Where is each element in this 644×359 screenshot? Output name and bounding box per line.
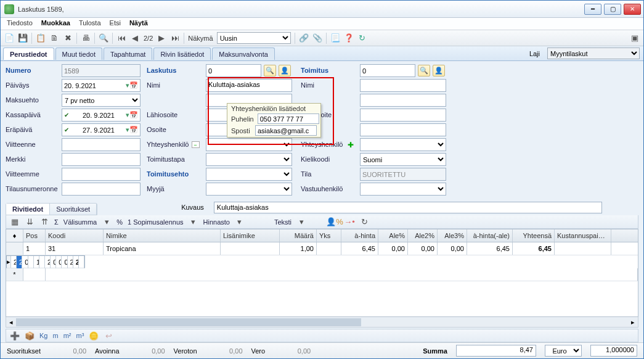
viitteemme-field[interactable] bbox=[62, 168, 141, 181]
tab-perustiedot[interactable]: Perustiedot bbox=[3, 47, 54, 60]
yhteys-select[interactable] bbox=[206, 138, 292, 151]
calendar-icon[interactable]: ▾📅 bbox=[126, 126, 138, 134]
prev-icon[interactable]: ◀ bbox=[130, 33, 140, 43]
table-row[interactable]: ▸ 2 27 0,5 l PepsiMax 1,00 2,02 0,00 0,0… bbox=[6, 255, 85, 268]
toimitus-code-field[interactable]: 0 bbox=[360, 64, 415, 77]
yhteyshenkilo-label: Yhteyshenkilö bbox=[147, 138, 189, 151]
erapaiva-field[interactable]: 27. 9.2021▾📅 bbox=[62, 123, 141, 136]
m-label[interactable]: m bbox=[52, 332, 58, 339]
horizontal-scrollbar[interactable]: ◂ ▸ bbox=[6, 317, 638, 328]
toim-nimi-field[interactable] bbox=[360, 79, 446, 92]
kassapaiva-field[interactable]: 20. 9.2021▾📅 bbox=[62, 109, 141, 122]
dropdown-icon[interactable]: ▾ bbox=[102, 217, 112, 227]
calendar-icon[interactable]: ▾📅 bbox=[126, 111, 138, 119]
move-up-icon[interactable]: ⇈ bbox=[39, 217, 49, 227]
minimize-button[interactable]: ━ bbox=[584, 4, 601, 15]
refresh-icon[interactable]: ↻ bbox=[357, 33, 367, 43]
add-row-icon[interactable]: ➕ bbox=[10, 331, 20, 340]
menu-tulosta[interactable]: Tulosta bbox=[79, 19, 101, 28]
attach-icon[interactable]: 📎 bbox=[312, 33, 322, 43]
tilausnro-field[interactable] bbox=[62, 183, 141, 196]
table-row[interactable]: 1 31 Tropicana 1,00 6,45 0,00 0,00 0,00 … bbox=[6, 242, 638, 255]
vero-value: 0,00 bbox=[274, 347, 311, 355]
open-delivery-icon[interactable]: 👤 bbox=[433, 65, 445, 76]
nimi-field[interactable]: Kuluttaja-asiakas bbox=[206, 79, 292, 92]
toim-lahi-field[interactable] bbox=[360, 109, 446, 122]
myyja-label: Myyjä bbox=[147, 183, 202, 196]
menu-muokkaa[interactable]: Muokkaa bbox=[41, 19, 70, 28]
maximize-button[interactable]: ▢ bbox=[604, 4, 621, 15]
copy-icon[interactable]: 📋 bbox=[36, 33, 46, 43]
m3-label[interactable]: m³ bbox=[76, 332, 84, 339]
first-icon[interactable]: ⏮ bbox=[116, 33, 126, 43]
print-icon[interactable]: 🖶 bbox=[81, 33, 91, 43]
table-row-new[interactable]: * bbox=[6, 268, 638, 281]
doc-icon[interactable]: 🗎 bbox=[49, 33, 59, 43]
link-icon[interactable]: 🔗 bbox=[299, 33, 309, 43]
next-icon[interactable]: ▶ bbox=[157, 33, 166, 43]
refresh-grid-icon[interactable]: ↻ bbox=[359, 217, 369, 227]
nimi-label: Nimi bbox=[147, 79, 202, 92]
help-icon[interactable]: ❓ bbox=[344, 33, 354, 43]
pct-person-icon[interactable]: 👤% bbox=[330, 217, 340, 227]
boxes-icon[interactable]: ▦ bbox=[10, 217, 20, 227]
new-icon[interactable]: 📄 bbox=[4, 33, 14, 43]
teksti-label[interactable]: Teksti bbox=[274, 218, 291, 226]
sopimus-label[interactable]: 1 Sopimusalennus bbox=[128, 218, 184, 226]
toimitusehto-select[interactable] bbox=[206, 168, 292, 181]
valisumma-label: Välisumma bbox=[63, 218, 97, 226]
search-delivery-icon[interactable]: 🔍 bbox=[418, 65, 430, 76]
menu-etsi[interactable]: Etsi bbox=[110, 19, 121, 28]
maksuehto-select[interactable]: 7 pv netto bbox=[62, 94, 141, 107]
tab-rivitiedot[interactable]: Rivitiedot bbox=[6, 204, 50, 215]
tab-rivin[interactable]: Rivin lisätiedot bbox=[153, 47, 211, 60]
search-customer-icon[interactable]: 🔍 bbox=[264, 65, 276, 76]
toim-yhteys-select[interactable] bbox=[360, 138, 446, 151]
laskutus-code-field[interactable]: 0 bbox=[206, 64, 261, 77]
save-icon[interactable]: 💾 bbox=[18, 33, 28, 43]
kg-label[interactable]: Kg bbox=[39, 332, 47, 339]
myyja-select[interactable] bbox=[206, 183, 292, 196]
currency-select[interactable]: Euro bbox=[545, 345, 582, 357]
calendar-icon[interactable]: ▾📅 bbox=[126, 81, 138, 89]
package-icon[interactable]: 📦 bbox=[25, 331, 35, 340]
delete-icon[interactable]: ✖ bbox=[63, 33, 73, 43]
menu-nayta[interactable]: Näytä bbox=[129, 19, 148, 28]
menu-bar[interactable]: Tiedosto Muokkaa Tulosta Etsi Näytä bbox=[1, 18, 643, 30]
page-icon[interactable]: 📃 bbox=[330, 33, 340, 43]
back-icon[interactable]: ↩ bbox=[104, 331, 113, 340]
last-icon[interactable]: ⏭ bbox=[170, 33, 180, 43]
puhelin-field[interactable] bbox=[258, 113, 319, 124]
remove-contact-icon[interactable]: − bbox=[192, 141, 200, 148]
menu-tiedosto[interactable]: Tiedosto bbox=[7, 19, 33, 28]
hinnasto-label[interactable]: Hinnasto bbox=[203, 218, 230, 226]
tab-tapahtumat[interactable]: Tapahtumat bbox=[104, 47, 152, 60]
toim-nimi2-field[interactable] bbox=[360, 94, 446, 107]
vastuu-select[interactable] bbox=[360, 183, 446, 196]
arrow-icon[interactable]: →• bbox=[344, 217, 354, 227]
toimitustapa-select[interactable] bbox=[206, 153, 292, 166]
viitteenne-field[interactable] bbox=[62, 138, 141, 151]
laji-select[interactable]: Myyntilaskut bbox=[547, 47, 640, 59]
sigma-icon[interactable]: Σ bbox=[54, 218, 59, 226]
tab-suoritukset[interactable]: Suoritukset bbox=[50, 204, 97, 215]
tab-muut[interactable]: Muut tiedot bbox=[55, 47, 102, 60]
open-customer-icon[interactable]: 👤 bbox=[279, 65, 291, 76]
tab-maksunvalvonta[interactable]: Maksunvalvonta bbox=[212, 47, 275, 60]
sposti-field[interactable] bbox=[255, 125, 317, 136]
kuvaus-field[interactable] bbox=[214, 202, 602, 213]
view-select[interactable]: Uusin bbox=[217, 32, 291, 44]
add-contact-icon[interactable]: ✚ bbox=[346, 139, 357, 151]
m2-label[interactable]: m² bbox=[63, 332, 71, 339]
sposti-label: Sposti bbox=[231, 127, 251, 134]
close-button[interactable]: ✕ bbox=[624, 4, 641, 15]
line-grid[interactable]: ♦ Pos Koodi Nimike Lisänimike Määrä Yks … bbox=[6, 229, 638, 317]
trailing-icon[interactable]: ▣ bbox=[630, 33, 640, 43]
merkki-field[interactable] bbox=[62, 153, 141, 166]
toim-osoite-field[interactable] bbox=[360, 123, 446, 136]
coins-icon[interactable]: 🪙 bbox=[89, 331, 99, 340]
kieli-select[interactable]: Suomi bbox=[360, 153, 446, 166]
move-down-icon[interactable]: ⇊ bbox=[25, 217, 35, 227]
search-icon[interactable]: 🔍 bbox=[99, 33, 108, 43]
paivays-field[interactable]: 20. 9.2021▾📅 bbox=[62, 79, 141, 92]
